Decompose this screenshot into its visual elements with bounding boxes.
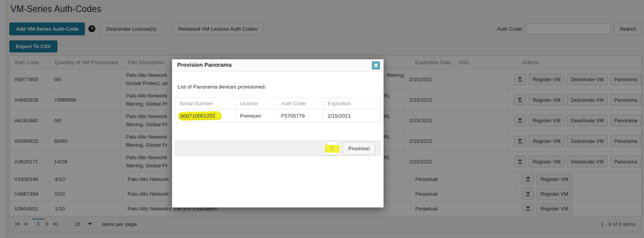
provision-button[interactable]: Provision [343, 142, 375, 155]
dialog-footer: Provision [175, 141, 380, 156]
panorama-devices-table: Serial Number License Auth Code Expirati… [175, 97, 380, 122]
download-button[interactable] [326, 142, 338, 155]
serial-number-cell: 000710001202 [176, 109, 236, 122]
dialog-title: Provision Panorama [177, 62, 231, 68]
column-header-serial-number: Serial Number [176, 98, 236, 109]
column-header-license: License [236, 98, 277, 109]
download-icon [330, 146, 334, 149]
license-cell: Premium [236, 109, 277, 122]
expiration-cell: 2/15/2021 [324, 109, 380, 122]
close-icon[interactable] [372, 61, 380, 69]
column-header-auth-code: Auth Code [277, 98, 324, 109]
column-header-expiration: Expiration [324, 98, 380, 109]
auth-code-cell: F5705779 [277, 109, 324, 122]
highlighted-serial-number: 000710001202 [178, 111, 222, 120]
dialog-titlebar[interactable]: Provision Panorama [172, 59, 383, 71]
device-row: 000710001202 Premium F5705779 2/15/2021 [176, 109, 380, 122]
provision-panorama-dialog: Provision Panorama List of Panorama devi… [172, 59, 384, 208]
dialog-body-text: List of Panorama devices provisioned: [178, 84, 266, 90]
devices-table-header-row: Serial Number License Auth Code Expirati… [176, 98, 380, 109]
